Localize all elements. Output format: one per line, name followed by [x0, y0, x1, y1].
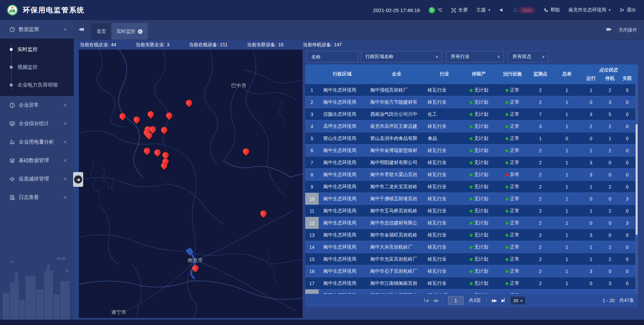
cell-industry: 砖瓦行业 [428, 277, 461, 289]
table-row[interactable]: 3仪陇生态环境局西南油气田分公司川中化工无计划正常71350 [305, 108, 635, 120]
table-row[interactable]: 18南部生态环境局南部县砖瓦水泥有限公建材|水泥无计划正常60060 [305, 289, 635, 294]
status-dot-green [470, 234, 473, 237]
status-select[interactable]: 所有状态 ∨ [508, 51, 548, 62]
top-header: 环保用电监管系统 2021-02-25 17:46:18 0 ℃ 全屏 主题 ▼ [0, 0, 644, 20]
cell-stopped: 0 [601, 193, 619, 205]
status-dot-green [505, 185, 508, 188]
status-dot-green [505, 222, 508, 225]
page-number-input[interactable] [448, 296, 464, 305]
map-collapse-button[interactable]: ◀ [73, 172, 83, 187]
theme-dropdown[interactable]: 主题 ▼ [476, 7, 491, 13]
table-row[interactable]: 10阆中生态环境局阆中千佛镇五郎垭页岩砖瓦行业无计划正常21003 [305, 193, 635, 205]
name-search-input[interactable] [307, 51, 358, 62]
cell-company: 阆中市江南镇阆南页岩 [366, 277, 428, 289]
sidebar-item-enterprise-stats[interactable]: 企业综合统计 < [0, 114, 74, 133]
status-dot-green [470, 198, 473, 201]
bullet-icon [10, 84, 13, 87]
table-header: 行政区域企业行业停限产治污设施监测点总表点位状态运行停机失联 [305, 64, 638, 84]
cell-run: 1 [581, 181, 601, 193]
bullet-icon [10, 66, 13, 69]
sidebar-item-power-load-detail[interactable]: 企业电力负荷明细 [0, 76, 74, 94]
cell-industry: 砖瓦行业 [428, 217, 461, 229]
status-dot-green [505, 101, 508, 104]
status-dot-green [470, 258, 473, 261]
table-row[interactable]: 16阆中生态环境局阆中市石子页岩机砖厂砖瓦行业无计划正常21300 [305, 265, 635, 277]
bullet-icon [10, 48, 13, 51]
table-row[interactable]: 12阆中生态环境局阆中市忠信建材有限公砖瓦行业无计划正常21003 [305, 217, 635, 229]
tab-scroll-left-icon[interactable]: ◀◀ [78, 26, 83, 32]
sidebar-item-video-monitor[interactable]: 视频监控 [0, 58, 74, 76]
cell-industry: 砖瓦行业 [428, 84, 461, 96]
table-row[interactable]: 13阆中生态环境局阆中市金福旺页岩机砖砖瓦行业无计划正常21300 [305, 229, 635, 241]
fullscreen-button[interactable]: 全屏 [451, 7, 468, 13]
table-row[interactable]: 5营山生态环境局营山县润丰肉食品有限食品无计划正常10010 [305, 132, 635, 144]
table-row[interactable]: 2阆中生态环境局阆中市南方节能建材有砖瓦行业无计划正常21030 [305, 96, 635, 108]
cell-stop: 无计划 [461, 96, 496, 108]
status-dot-green [505, 270, 508, 273]
last-page-button[interactable]: ▶ [501, 298, 505, 303]
status-dot-green [470, 137, 473, 140]
status-dot-green [505, 210, 508, 213]
table-row[interactable]: 11阆中生态环境局阆中市五马桥页岩机砖砖瓦行业无计划正常21120 [305, 205, 635, 217]
table-row[interactable]: 1阆中生态环境局阆中强锐页岩砖厂砖瓦行业无计划正常21120 [305, 84, 635, 96]
notification-button[interactable]: 2632 [513, 7, 535, 13]
logout-button[interactable]: 退出 [620, 7, 636, 13]
sidebar-item-data-monitor[interactable]: 数据监测 ∨ [0, 20, 74, 39]
page-size-select[interactable]: 20 ∨ [510, 296, 526, 305]
region-select[interactable]: 行政区域名称 ∨ [361, 51, 442, 62]
table-row[interactable]: 9阆中生态环境局阆中市二龙长宝页岩砖砖瓦行业无计划正常21120 [305, 180, 635, 193]
cell-num: 16 [305, 265, 319, 277]
industry-select[interactable]: 所有行业 ∨ [446, 51, 504, 62]
status-dot-green [470, 149, 473, 152]
cell-points: 2 [528, 157, 552, 169]
scrollbar-thumb[interactable] [636, 124, 638, 235]
cell-points: 6 [528, 289, 552, 294]
tab-realtime-monitor[interactable]: 实时监控 × [111, 23, 148, 40]
first-page-button[interactable]: ◀ [424, 298, 427, 303]
table-row[interactable]: 7阆中生态环境局阆中明阳建材有限公司砖瓦行业无计划正常21300 [305, 156, 635, 168]
tab-close-icon[interactable]: × [138, 29, 143, 34]
table-row[interactable]: 6阆中生态环境局阆中市金博瑞新型墙材砖瓦行业无计划正常21120 [305, 144, 635, 156]
app-logo-icon [7, 4, 18, 16]
table-row[interactable]: 15阆中生态环境局阆中市光富页岩机砖厂砖瓦行业无计划正常21120 [305, 253, 635, 265]
tab-scroll-right-icon[interactable]: ▶▶ [606, 26, 610, 32]
bell-icon [513, 8, 518, 13]
prev-page-button[interactable]: ◀◀ [433, 298, 437, 303]
table-scrollbar[interactable] [635, 84, 638, 294]
app-title: 环保用电监管系统 [23, 5, 85, 15]
cell-stopped: 3 [601, 277, 619, 289]
next-page-button[interactable]: ▶▶ [492, 298, 496, 303]
cell-facility: 正常 [496, 84, 528, 96]
sidebar-item-base-data[interactable]: 基础数据管理 < [0, 151, 74, 170]
cell-points: 3 [528, 120, 552, 132]
tab-home[interactable]: 首页 [91, 23, 111, 40]
sidebar-item-power-analysis[interactable]: 企业用电量分析 < [0, 133, 74, 151]
cell-num: 7 [305, 157, 319, 169]
table-row[interactable]: 8阆中生态环境局阆中市枣碧大梁山页岩砖瓦行业无计划异常21300 [305, 168, 635, 180]
sound-button[interactable] [499, 8, 504, 12]
help-button[interactable]: 帮助 [544, 7, 560, 13]
map-road-network [79, 50, 303, 318]
cell-meters: 1 [552, 193, 581, 205]
table-row[interactable]: 4高坪生态环境局南充市高坪区王家店建砖瓦行业无计划正常31220 [305, 120, 635, 132]
sidebar-item-log-view[interactable]: 日志查看 < [0, 188, 74, 207]
org-dropdown[interactable]: 南充市生态环境局 ▼ [569, 7, 611, 13]
sidebar-item-emergency-reduction[interactable]: 应急减排管理 < [0, 170, 74, 188]
cell-region: 营山生态环境局 [319, 132, 366, 145]
table-row[interactable]: 14阆中生态环境局阆中大兴页岩机砖厂砖瓦行业无计划正常21120 [305, 241, 635, 253]
sidebar-item-realtime-monitor[interactable]: 实时监控 [0, 41, 74, 58]
cell-stopped: 0 [601, 157, 619, 169]
cell-lost: 0 [619, 84, 635, 96]
cell-company: 阆中明阳建材有限公司 [366, 157, 428, 169]
city-label: 巴中市 [231, 83, 247, 89]
sidebar-item-enterprise-abnormal[interactable]: 企业异常 < [0, 96, 74, 114]
status-dot-green [505, 246, 508, 249]
close-operations-button[interactable]: 关闭操作 [619, 27, 637, 33]
table-row[interactable]: 17阆中生态环境局阆中市江南镇阆南页岩砖瓦行业无计划正常21030 [305, 277, 635, 289]
map-panel[interactable]: 巴中市南充市遂宁市 [79, 50, 303, 318]
cell-stopped: 1 [601, 132, 619, 145]
cell-region: 阆中生态环境局 [319, 84, 366, 96]
cell-stop: 无计划 [461, 229, 496, 241]
cell-num: 4 [305, 120, 319, 132]
cell-lost: 0 [619, 108, 635, 120]
